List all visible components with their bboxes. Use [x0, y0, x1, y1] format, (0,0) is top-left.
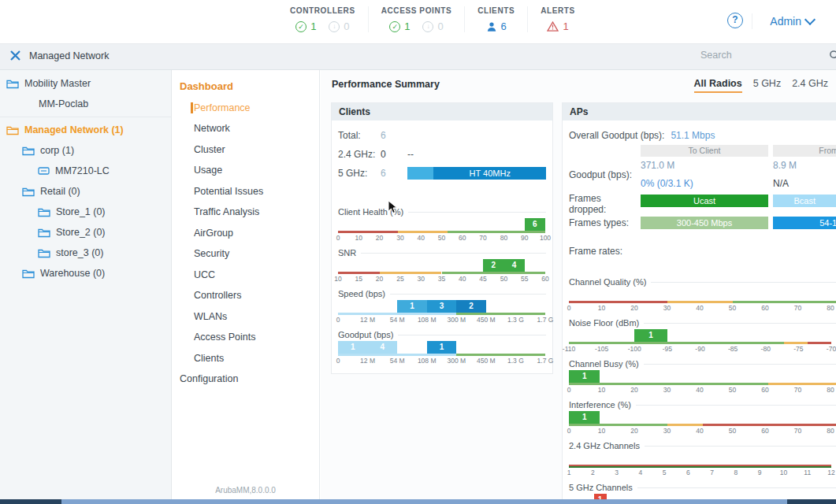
tick-label: 60	[541, 275, 548, 283]
chevron-down-icon	[804, 14, 816, 25]
stat-value: 1	[404, 20, 410, 32]
axis-segment	[808, 342, 831, 344]
app-window: { "header": { "help_label": "?", "user_l…	[0, 0, 836, 504]
overall-goodput-value: 51.1 Mbps	[671, 130, 715, 141]
horizontal-scrollbar[interactable]	[0, 499, 836, 504]
sidebar-item-store-2-0-[interactable]: Store_2 (0)	[0, 222, 171, 243]
tick-label: 60	[459, 234, 466, 242]
tab-5-ghz[interactable]: 5 GHz	[753, 78, 781, 93]
title-rule	[390, 294, 546, 295]
total-label: Total:	[338, 130, 381, 141]
main-content: Performance Summary All Radios5 GHz2.4 G…	[321, 70, 836, 504]
tick-label: 10	[334, 275, 341, 283]
chart-plot	[569, 288, 836, 301]
ht-mode-bar-label: HT 40MHz	[433, 167, 546, 180]
tick-label: 0	[336, 316, 340, 324]
sidebar-item-mobility-master[interactable]: Mobility Master	[0, 73, 171, 94]
search-input[interactable]	[699, 49, 829, 61]
histogram-bar: 1	[397, 300, 427, 313]
tick-label: 80	[827, 427, 834, 435]
axis-segment	[456, 354, 545, 356]
stat-group-clients[interactable]: CLIENTS6	[464, 6, 527, 32]
tick-label: 50	[729, 427, 736, 435]
chart-plot	[569, 452, 831, 465]
user-menu[interactable]: Admin	[752, 13, 814, 29]
sidebar-item-mm-poclab[interactable]: MM-Poclab	[0, 94, 171, 114]
nav-item-controllers[interactable]: Controllers	[172, 285, 319, 306]
tick-label: 1.7 G	[537, 316, 554, 324]
axis-segment	[442, 272, 546, 274]
nav-item-configuration[interactable]: Configuration	[172, 369, 319, 390]
stat-group-access-points[interactable]: ACCESS POINTS✓1↓0	[368, 6, 464, 32]
tick-label: 450 M	[477, 316, 496, 324]
tick-label: 40	[696, 427, 703, 435]
nav-item-potential-issues[interactable]: Potential Issues	[172, 181, 319, 202]
stat-group-alerts[interactable]: ALERTS1	[527, 6, 588, 32]
scrollbar-segment-left[interactable]	[0, 499, 61, 504]
tick-label: 6	[686, 469, 690, 476]
folder-icon	[6, 79, 19, 89]
tab-2-4-ghz[interactable]: 2.4 GHz	[792, 78, 828, 93]
nav-item-network[interactable]: Network	[172, 118, 319, 139]
search-icon[interactable]	[829, 50, 836, 61]
tick-label: 70	[794, 427, 801, 435]
stat-value: 1	[563, 20, 568, 32]
chart-title-text: SNR	[338, 248, 356, 258]
band5-value: 6	[381, 168, 407, 179]
nav-item-security[interactable]: Security	[172, 243, 319, 265]
ht-mode-bar: HT 40MHz	[407, 167, 546, 180]
tick-label: 12 M	[360, 357, 375, 365]
sidebar-item-store-3-0-[interactable]: store_3 (0)	[0, 243, 171, 263]
goodput-label: Goodput (bps):	[569, 157, 636, 193]
help-icon[interactable]: ?	[727, 13, 743, 28]
tick-label: 30	[417, 275, 424, 283]
sidebar-item-label: Managed Network (1)	[24, 124, 124, 135]
nav-item-clients[interactable]: Clients	[172, 348, 319, 369]
sidebar-item-store-1-0-[interactable]: Store_1 (0)	[0, 202, 171, 222]
tick-label: -80	[761, 345, 771, 353]
band24-value: 0	[381, 149, 407, 160]
tick-label: 50	[729, 304, 736, 312]
stat-group-controllers[interactable]: CONTROLLERS✓1↓0	[277, 6, 368, 32]
nav-item-wlans[interactable]: WLANs	[172, 306, 319, 328]
nav-item-ucc[interactable]: UCC	[172, 265, 319, 286]
clients-5ghz-row: 5 GHz: 6 HT 40MHz	[338, 164, 546, 183]
nav-item-cluster[interactable]: Cluster	[172, 139, 319, 161]
sidebar-item-managed-network-1-[interactable]: Managed Network (1)	[0, 120, 171, 140]
chart-title-text: Noise Floor (dBm)	[569, 318, 639, 328]
sidebar-item-corp-1-[interactable]: corp (1)	[0, 140, 171, 161]
nav-item-performance[interactable]: Performance	[172, 98, 319, 119]
close-icon[interactable]	[9, 50, 21, 61]
chart-ticks: 012 M54 M108 M300 M450 M1.3 G1.7 G	[338, 357, 545, 365]
chart-axis	[338, 272, 545, 274]
tick-label: 40	[696, 304, 703, 312]
sidebar-item-retail-0-[interactable]: Retail (0)	[0, 181, 171, 202]
tab-all-radios[interactable]: All Radios	[694, 78, 742, 93]
scrollbar-segment-right[interactable]	[787, 499, 836, 504]
sidebar-item-label: corp (1)	[40, 145, 74, 156]
sidebar-item-warehouse-0-[interactable]: Warehouse (0)	[0, 263, 171, 284]
tick-label: 100	[540, 234, 551, 242]
tick-label: 50	[500, 275, 507, 283]
chart-plot: 1	[569, 411, 836, 424]
nav-item-access-points[interactable]: Access Points	[172, 327, 319, 348]
tick-label: 70	[794, 386, 801, 394]
nav-item-dashboard[interactable]: Dashboard	[172, 76, 319, 98]
nav-item-traffic-analysis[interactable]: Traffic Analysis	[172, 202, 319, 223]
axis-segment	[448, 231, 545, 233]
clients-panel-title: Clients	[332, 103, 552, 120]
tick-label: 30	[396, 234, 403, 242]
tick-label: 40	[417, 234, 424, 242]
snr-chart: SNR241015202530354045505560	[338, 247, 546, 284]
nav-item-airgroup[interactable]: AirGroup	[172, 223, 319, 244]
ch24-chart: 2.4 GHz Channels123456789101112	[569, 440, 836, 477]
ht-mode-bar-light	[407, 167, 433, 180]
chart-axis	[569, 301, 836, 303]
status-summary: CONTROLLERS✓1↓0ACCESS POINTS✓1↓0CLIENTS6…	[277, 6, 588, 32]
frames-dropped-label: Frames dropped:	[569, 193, 636, 215]
nav-item-usage[interactable]: Usage	[172, 160, 319, 181]
sidebar-item-mm7210-lc[interactable]: MM7210-LC	[0, 161, 171, 181]
interference-title: Interference (%)	[569, 399, 836, 410]
client-health-chart: Client Health (%)60102030405060708090100	[338, 206, 546, 243]
client-health-title: Client Health (%)	[338, 206, 546, 217]
